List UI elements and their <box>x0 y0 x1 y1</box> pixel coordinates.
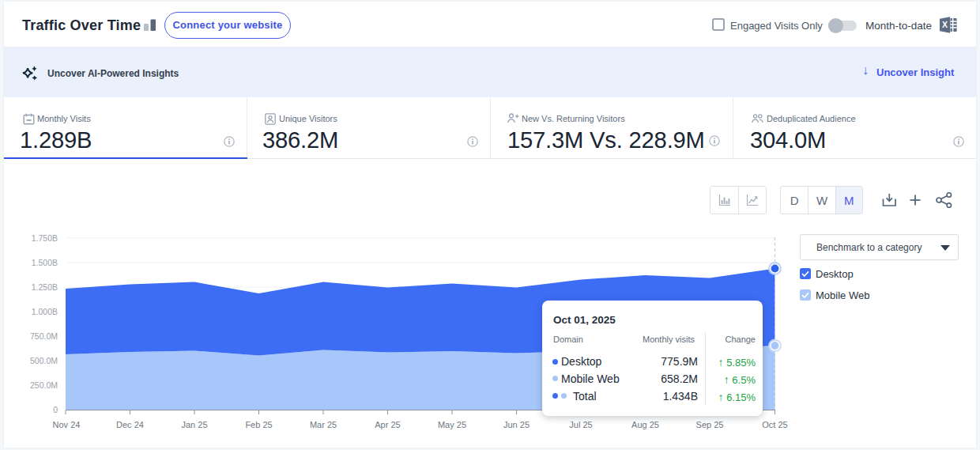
svg-text:Apr 25: Apr 25 <box>375 420 400 429</box>
svg-text:May 25: May 25 <box>438 420 466 429</box>
svg-text:Sep 25: Sep 25 <box>696 420 724 429</box>
svg-text:Mar 25: Mar 25 <box>310 420 337 429</box>
svg-text:Nov 24: Nov 24 <box>53 420 81 429</box>
svg-text:Jan 25: Jan 25 <box>181 420 207 429</box>
svg-text:Aug 25: Aug 25 <box>631 420 659 429</box>
svg-text:500.0M: 500.0M <box>30 356 58 365</box>
svg-text:1.750B: 1.750B <box>32 233 58 243</box>
svg-text:250.0M: 250.0M <box>30 380 58 390</box>
svg-text:Feb 25: Feb 25 <box>245 420 272 429</box>
svg-text:Oct 25: Oct 25 <box>762 420 787 429</box>
svg-text:1.000B: 1.000B <box>32 307 58 316</box>
svg-text:1.500B: 1.500B <box>32 258 58 267</box>
svg-text:750.0M: 750.0M <box>30 331 58 341</box>
svg-text:Jun 25: Jun 25 <box>503 420 530 429</box>
svg-text:1.250B: 1.250B <box>32 282 58 292</box>
svg-text:Dec 24: Dec 24 <box>116 420 144 429</box>
svg-text:0: 0 <box>53 405 58 414</box>
svg-text:Jul 25: Jul 25 <box>569 420 592 429</box>
